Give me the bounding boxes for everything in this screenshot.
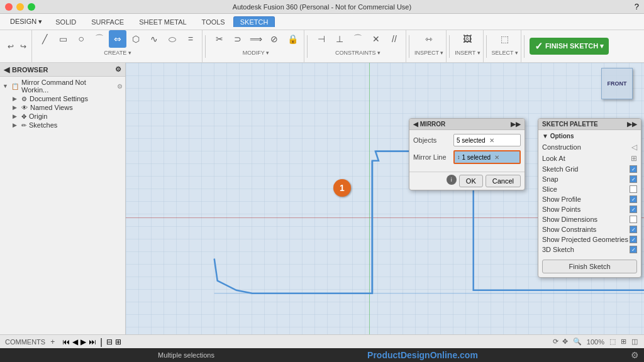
extend-tool[interactable]: ⊃ [229, 30, 247, 48]
showprojected-checkbox[interactable]: ✓ [630, 236, 637, 243]
cancel-button[interactable]: Cancel [486, 175, 521, 187]
mirror-line-clear-button[interactable]: ✕ [492, 153, 501, 162]
project-tool[interactable]: ⊘ [265, 30, 283, 48]
palette-finish-sketch-button[interactable]: Finish Sketch [542, 260, 637, 273]
showprofile-checkbox[interactable]: ✓ [630, 195, 637, 203]
tab-solid[interactable]: SOLID [48, 16, 83, 27]
palette-row-snap[interactable]: Snap ✓ [542, 174, 637, 184]
modify-label[interactable]: MODIFY ▾ [243, 50, 269, 56]
sep3 [409, 35, 409, 58]
horiz-constraint[interactable]: ⊣ [313, 30, 330, 48]
tree-item-origin[interactable]: ▶ ✥ Origin [0, 112, 125, 121]
settings-icon[interactable]: ⚙ [631, 350, 639, 360]
playback-next-icon[interactable]: ⏭ [89, 337, 96, 346]
coincident-constraint[interactable]: ✕ [367, 30, 385, 48]
constraints-label[interactable]: CONSTRAINTS ▾ [335, 50, 380, 56]
view-icon[interactable]: ◫ [631, 337, 638, 346]
select-label[interactable]: SELECT ▾ [492, 50, 518, 56]
palette-row-sketchgrid[interactable]: Sketch Grid ✓ [542, 164, 637, 174]
close-button[interactable] [5, 3, 13, 11]
mirror-tool[interactable]: ⇔ [109, 30, 126, 48]
viewcube-front[interactable]: FRONT [601, 68, 633, 99]
tab-surface[interactable]: SURFACE [84, 16, 131, 27]
mirror-dialog: ◀ MIRROR ▶▶ Objects 5 selected ✕ Mirror … [409, 118, 525, 190]
vert-constraint[interactable]: ⊥ [331, 30, 348, 48]
window-controls[interactable] [5, 3, 35, 11]
tab-sheet-metal[interactable]: SHEET METAL [132, 16, 193, 27]
tree-options-root[interactable]: ⚙ [117, 83, 123, 90]
timeline-icon2[interactable]: ⊞ [115, 337, 121, 346]
pan-icon[interactable]: ✥ [562, 337, 568, 346]
showdimensions-checkbox[interactable] [630, 216, 637, 223]
showpoints-checkbox[interactable]: ✓ [630, 206, 637, 213]
offset-tool[interactable]: ⟹ [247, 30, 265, 48]
palette-row-slice[interactable]: Slice [542, 184, 637, 194]
help-icon[interactable]: ? [635, 2, 639, 11]
viewcube[interactable]: FRONT [601, 68, 639, 106]
spline-tool[interactable]: ∿ [145, 30, 163, 48]
playback-back-icon[interactable]: ◀ [72, 337, 78, 346]
create-label[interactable]: CREATE ▾ [104, 50, 131, 56]
palette-row-showprofile[interactable]: Show Profile ✓ [542, 194, 637, 204]
finish-sketch-button[interactable]: ✓ FINISH SKETCH ▾ [530, 38, 609, 55]
objects-row: Objects 5 selected ✕ [413, 134, 521, 146]
tree-item-named-views[interactable]: ▶ 👁 Named Views [0, 103, 125, 112]
zoom-icon[interactable]: 🔍 [573, 337, 582, 346]
orbit-icon[interactable]: ⟳ [553, 337, 558, 346]
rect-tool[interactable]: ▭ [54, 30, 72, 48]
design-button[interactable]: DESIGN ▾ [5, 16, 47, 27]
palette-row-showprojected[interactable]: Show Projected Geometries ✓ [542, 234, 637, 244]
slice-checkbox[interactable] [630, 185, 637, 193]
tab-sketch[interactable]: SKETCH [233, 16, 275, 27]
sidebar-options-icon[interactable]: ⚙ [115, 65, 121, 74]
timeline-icon[interactable]: ⊟ [106, 337, 113, 346]
palette-row-3dsketch[interactable]: 3D Sketch ✓ [542, 244, 637, 255]
scissors-tool[interactable]: ✂ [211, 30, 228, 48]
canvas-area[interactable]: 1 FRONT ◀ MIRROR ▶▶ Objects 5 selected ✕ [126, 63, 644, 334]
measure-tool[interactable]: ⇿ [420, 30, 438, 48]
inspect-label[interactable]: INSPECT ▾ [414, 50, 443, 56]
ellipse-tool[interactable]: ⬭ [164, 30, 181, 48]
zoom-percent[interactable]: 100% [587, 338, 604, 346]
tab-tools[interactable]: TOOLS [195, 16, 232, 27]
redo-button[interactable]: ↪ [18, 41, 29, 52]
display-mode-icon[interactable]: ⬚ [609, 337, 616, 346]
sketchgrid-checkbox[interactable]: ✓ [630, 165, 637, 173]
select-tool[interactable]: ⬚ [496, 30, 514, 48]
minimize-button[interactable] [16, 3, 24, 11]
palette-row-showdimensions[interactable]: Show Dimensions [542, 214, 637, 224]
line-tool[interactable]: ╱ [36, 30, 53, 48]
tangent-constraint[interactable]: ⌒ [349, 30, 367, 48]
tree-item-sketches[interactable]: ▶ ✏ Sketches [0, 121, 125, 129]
insert-label[interactable]: INSERT ▾ [455, 50, 480, 56]
circle-tool[interactable]: ○ [72, 30, 90, 48]
info-button[interactable]: i [447, 175, 457, 185]
showconstraints-checkbox[interactable]: ✓ [630, 226, 637, 233]
tree-item-doc-settings[interactable]: ▶ ⚙ Document Settings [0, 94, 125, 103]
snap-checkbox[interactable]: ✓ [630, 175, 637, 183]
parallel-constraint[interactable]: // [386, 30, 403, 48]
3dsketch-checkbox[interactable]: ✓ [630, 246, 637, 253]
tree-icon-views: 👁 [21, 104, 28, 111]
playback-prev-icon[interactable]: ⏮ [62, 337, 70, 346]
tree-item-root[interactable]: ▼ 📋 Mirror Command Not Workin... ⚙ [0, 78, 125, 94]
palette-row-showconstraints[interactable]: Show Constraints ✓ [542, 224, 637, 234]
polygon-tool[interactable]: ⬡ [127, 30, 145, 48]
objects-field[interactable]: 5 selected ✕ [453, 134, 521, 146]
grid-icon[interactable]: ⊞ [621, 337, 626, 346]
sidebar-collapse-icon[interactable]: ◀ [4, 65, 9, 74]
ok-button[interactable]: OK [459, 175, 483, 187]
undo-button[interactable]: ↩ [5, 41, 16, 52]
mirror-line-field[interactable]: ↕ 1 selected ✕ [453, 150, 521, 164]
palette-row-showpoints[interactable]: Show Points ✓ [542, 204, 637, 214]
mirror-dialog-expand-icon[interactable]: ▶▶ [511, 121, 521, 128]
sketch-palette-expand-icon[interactable]: ▶▶ [627, 121, 637, 128]
maximize-button[interactable] [28, 3, 35, 11]
playback-play-icon[interactable]: ▶ [80, 337, 86, 346]
arc-tool[interactable]: ⌒ [91, 30, 108, 48]
objects-clear-button[interactable]: ✕ [487, 136, 496, 145]
equal-tool[interactable]: = [182, 30, 199, 48]
insert-image-tool[interactable]: 🖼 [458, 30, 476, 48]
comment-add-icon[interactable]: + [50, 337, 55, 346]
lock-tool[interactable]: 🔒 [284, 30, 301, 48]
